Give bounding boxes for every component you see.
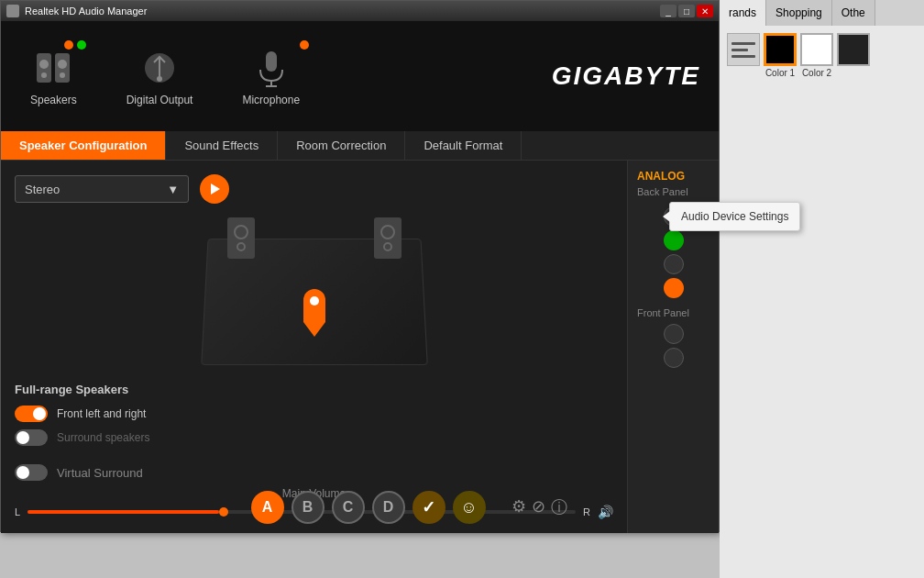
- back-indicator-3: [664, 254, 684, 274]
- volume-speaker-icon: 🔊: [598, 505, 613, 519]
- speaker-right-icon: [374, 217, 402, 259]
- svg-point-8: [157, 76, 162, 82]
- settings-gear-icon[interactable]: ⚙: [512, 496, 526, 518]
- front-indicator-2: [664, 348, 684, 368]
- svg-rect-9: [266, 51, 277, 72]
- tab-speaker-config[interactable]: Speaker Configuration: [1, 131, 166, 160]
- swatch-color1-label: Color 1: [765, 68, 795, 78]
- speaker-cone-small: [236, 242, 246, 251]
- swatch-color2[interactable]: [800, 33, 833, 66]
- toggle-thumb-surround: [16, 431, 29, 444]
- speakers-label: Speakers: [30, 94, 77, 106]
- swatch-color1-container: Color 1: [764, 33, 797, 78]
- app-icon: [6, 5, 19, 17]
- browser-tab-other[interactable]: Othe: [832, 0, 875, 26]
- window-title: Realtek HD Audio Manager: [25, 6, 147, 17]
- bottom-buttons-row: A B C D ✓ ☺ ⚙ ⊘ ⓘ: [251, 491, 567, 524]
- button-c[interactable]: C: [332, 491, 365, 524]
- volume-fill: [28, 510, 219, 514]
- tab-default-format[interactable]: Default Format: [405, 131, 522, 160]
- main-panel: Stereo ▼: [1, 161, 627, 533]
- button-d[interactable]: D: [372, 491, 405, 524]
- browser-panel: rands Shopping Othe Color 1 Color 2: [720, 0, 924, 578]
- svg-point-2: [39, 60, 49, 69]
- button-smiley[interactable]: ☺: [453, 491, 486, 524]
- full-range-label: Full-range Speakers: [15, 383, 613, 396]
- gigabyte-logo: GIGABYTE: [552, 61, 700, 91]
- speaker-stage: [177, 217, 452, 364]
- pin-hole: [310, 296, 319, 306]
- speakers-icon: [31, 46, 75, 90]
- tooltip-arrow: [663, 211, 670, 222]
- tab-sound-effects[interactable]: Sound Effects: [166, 131, 278, 160]
- toggle-virtual-surround[interactable]: [15, 464, 48, 481]
- tab-digital-output[interactable]: Digital Output: [116, 39, 204, 114]
- button-a[interactable]: A: [251, 491, 284, 524]
- minimize-button[interactable]: _: [660, 5, 676, 17]
- svg-marker-12: [211, 183, 220, 195]
- digital-output-label: Digital Output: [126, 94, 193, 106]
- button-b[interactable]: B: [292, 491, 324, 524]
- browser-tab-bar: rands Shopping Othe: [720, 0, 924, 26]
- volume-thumb: [219, 507, 228, 517]
- position-pin: [303, 289, 325, 337]
- header-tabs: Speakers Digital Output: [19, 39, 311, 114]
- titlebar-left: Realtek HD Audio Manager: [6, 5, 147, 17]
- speaker-mode-dropdown[interactable]: Stereo ▼: [15, 175, 189, 203]
- toggle-thumb-virtual: [16, 466, 29, 479]
- tooltip-text: Audio Device Settings: [681, 210, 788, 223]
- header: Speakers Digital Output: [1, 21, 719, 131]
- volume-l-label: L: [15, 506, 20, 517]
- swatch-color2-container: Color 2: [800, 33, 833, 78]
- nav-tabs: Speaker Configuration Sound Effects Room…: [1, 131, 719, 161]
- status-dot-green: [77, 40, 86, 50]
- dropdown-arrow-icon: ▼: [167, 183, 179, 196]
- settings-info-icon[interactable]: ⓘ: [551, 496, 567, 518]
- line-bar-3: [732, 55, 755, 58]
- color-swatches: Color 1 Color 2: [720, 26, 924, 85]
- tab-room-correction[interactable]: Room Correction: [278, 131, 405, 160]
- titlebar: Realtek HD Audio Manager _ □ ✕: [1, 1, 719, 21]
- settings-power-icon[interactable]: ⊘: [532, 496, 545, 518]
- browser-tab-shopping[interactable]: Shopping: [766, 0, 832, 26]
- play-button[interactable]: [200, 174, 229, 204]
- toggle-front-speakers[interactable]: [15, 406, 48, 422]
- lines-swatch[interactable]: [727, 33, 760, 66]
- toggle-front-row: Front left and right: [15, 406, 613, 422]
- microphone-label: Microphone: [242, 94, 300, 106]
- speaker-cone-small-r: [383, 242, 392, 251]
- controls-section: Full-range Speakers Front left and right…: [15, 383, 613, 481]
- swatch-color2-label: Color 2: [802, 68, 831, 78]
- main-window: Realtek HD Audio Manager _ □ ✕: [0, 0, 720, 532]
- digital-output-icon: [138, 46, 182, 90]
- play-icon: [208, 183, 221, 195]
- browser-tab-brands[interactable]: rands: [720, 0, 766, 26]
- pin-body: [303, 289, 325, 322]
- speaker-left-icon: [227, 217, 255, 259]
- virtual-surround-row: Virtual Surround: [15, 464, 613, 481]
- button-check[interactable]: ✓: [412, 491, 446, 524]
- swatch-color3[interactable]: [837, 33, 870, 66]
- toggle-surround-speakers[interactable]: [15, 429, 48, 446]
- toggle-front-label: Front left and right: [57, 407, 146, 420]
- toggle-surround-row: Surround speakers: [15, 429, 613, 446]
- dropdown-row: Stereo ▼: [15, 174, 613, 204]
- back-indicator-4: [664, 278, 684, 298]
- volume-r-label: R: [583, 506, 590, 517]
- virtual-surround-label: Virtual Surround: [57, 466, 143, 480]
- swatch-color1[interactable]: [764, 33, 797, 66]
- analog-title: ANALOG: [637, 170, 710, 183]
- content-area: Stereo ▼: [1, 161, 719, 533]
- toggle-surround-label: Surround speakers: [57, 431, 149, 444]
- svg-point-4: [58, 60, 67, 69]
- speaker-cone-large: [234, 225, 248, 239]
- back-indicator-2: [664, 230, 684, 250]
- maximize-button[interactable]: □: [678, 5, 695, 17]
- microphone-icon: [249, 46, 293, 90]
- back-panel-label: Back Panel: [637, 186, 710, 197]
- close-button[interactable]: ✕: [697, 5, 713, 17]
- svg-point-5: [60, 72, 65, 78]
- tab-speakers[interactable]: Speakers: [19, 39, 88, 114]
- speaker-right: [374, 217, 402, 259]
- tab-microphone[interactable]: Microphone: [231, 39, 311, 114]
